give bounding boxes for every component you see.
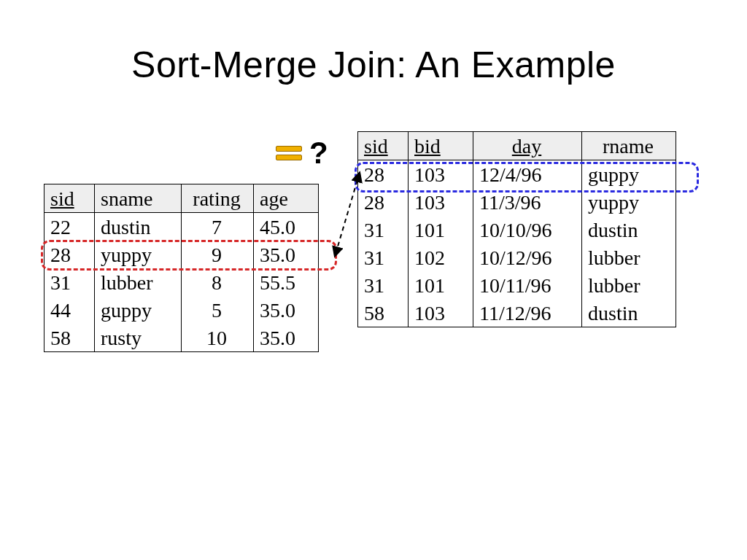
table-row: 28 yuppy 9 35.0: [44, 241, 319, 268]
cell: dustin: [582, 216, 676, 244]
cell: 31: [358, 216, 409, 244]
cell: lubber: [95, 268, 182, 296]
cell: 28: [358, 160, 409, 189]
cell: dustin: [95, 213, 182, 241]
cell: 58: [358, 299, 409, 327]
cell: 8: [182, 268, 254, 296]
cell: 10/12/96: [473, 244, 582, 271]
sailors-header-row: sid sname rating age: [44, 184, 319, 213]
cell: 55.5: [254, 268, 319, 296]
reserves-table: sid bid day rname 28 103 12/4/96 guppy 2…: [357, 131, 676, 327]
table-row: 58 103 11/12/96 dustin: [358, 299, 676, 327]
cell: 31: [358, 271, 409, 299]
cell: guppy: [95, 296, 182, 324]
svg-line-0: [336, 175, 359, 254]
cell: lubber: [582, 271, 676, 299]
col-bid: bid: [409, 132, 473, 160]
cell: 103: [409, 160, 473, 189]
cell: 35.0: [254, 296, 319, 324]
sailors-table: sid sname rating age 22 dustin 7 45.0 28…: [44, 184, 319, 352]
cell: 101: [409, 216, 473, 244]
cell: 58: [44, 324, 95, 352]
cell: yuppy: [95, 241, 182, 268]
cell: 31: [358, 244, 409, 271]
cell: 35.0: [254, 241, 319, 268]
table-row: 22 dustin 7 45.0: [44, 213, 319, 241]
slide: Sort-Merge Join: An Example ? sid sname …: [0, 0, 747, 560]
cell: yuppy: [582, 188, 676, 216]
table-row: 31 102 10/12/96 lubber: [358, 244, 676, 271]
cell: 7: [182, 213, 254, 241]
col-rname: rname: [582, 132, 676, 160]
equality-indicator: ?: [276, 136, 328, 171]
cell: 44: [44, 296, 95, 324]
cell: guppy: [582, 160, 676, 189]
cell: rusty: [95, 324, 182, 352]
cell: 10/10/96: [473, 216, 582, 244]
cell: 103: [409, 188, 473, 216]
col-day: day: [473, 132, 582, 160]
table-row: 31 101 10/11/96 lubber: [358, 271, 676, 299]
cell: 9: [182, 241, 254, 268]
cell: 28: [358, 188, 409, 216]
cell: dustin: [582, 299, 676, 327]
cell: 11/3/96: [473, 188, 582, 216]
col-sid: sid: [358, 132, 409, 160]
table-row: 31 101 10/10/96 dustin: [358, 216, 676, 244]
cell: 10/11/96: [473, 271, 582, 299]
cell: 22: [44, 213, 95, 241]
cell: 28: [44, 241, 95, 268]
col-sname: sname: [95, 184, 182, 213]
col-rating: rating: [182, 184, 254, 213]
cell: 10: [182, 324, 254, 352]
table-row: 44 guppy 5 35.0: [44, 296, 319, 324]
table-row: 58 rusty 10 35.0: [44, 324, 319, 352]
cell: 11/12/96: [473, 299, 582, 327]
col-age: age: [254, 184, 319, 213]
col-sid: sid: [44, 184, 95, 213]
table-row: 28 103 12/4/96 guppy: [358, 160, 676, 189]
table-row: 31 lubber 8 55.5: [44, 268, 319, 296]
equals-icon: [276, 146, 301, 160]
cell: 31: [44, 268, 95, 296]
table-row: 28 103 11/3/96 yuppy: [358, 188, 676, 216]
cell: lubber: [582, 244, 676, 271]
cell: 102: [409, 244, 473, 271]
reserves-header-row: sid bid day rname: [358, 132, 676, 160]
cell: 45.0: [254, 213, 319, 241]
cell: 12/4/96: [473, 160, 582, 189]
cell: 103: [409, 299, 473, 327]
cell: 101: [409, 271, 473, 299]
slide-title: Sort-Merge Join: An Example: [0, 44, 747, 86]
cell: 35.0: [254, 324, 319, 352]
cell: 5: [182, 296, 254, 324]
question-mark: ?: [309, 136, 328, 170]
